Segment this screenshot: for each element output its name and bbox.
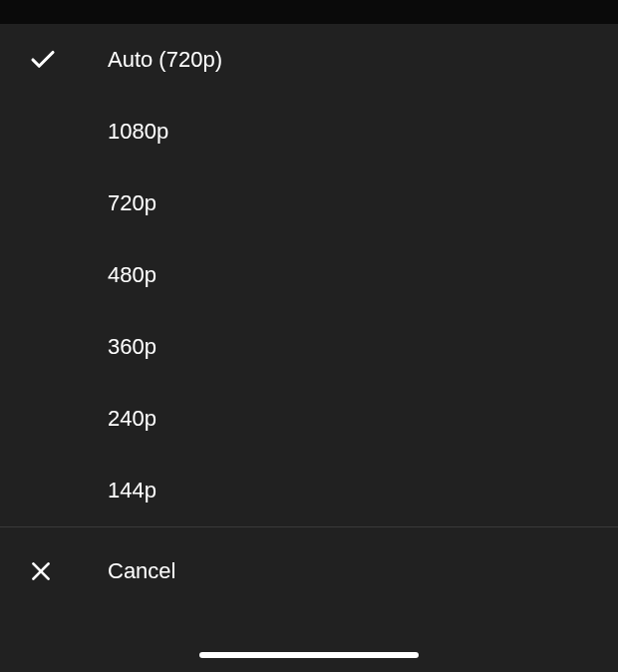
quality-option-label: Auto (720p) (108, 47, 222, 73)
cancel-label: Cancel (108, 558, 175, 584)
quality-option-360p[interactable]: 360p (0, 311, 618, 383)
close-icon (28, 558, 108, 584)
quality-option-label: 240p (108, 406, 156, 432)
quality-option-720p[interactable]: 720p (0, 168, 618, 239)
cancel-button[interactable]: Cancel (0, 527, 618, 615)
check-icon (28, 45, 108, 75)
quality-option-1080p[interactable]: 1080p (0, 96, 618, 168)
quality-option-label: 1080p (108, 119, 168, 145)
quality-option-240p[interactable]: 240p (0, 383, 618, 455)
quality-option-label: 360p (108, 334, 156, 360)
quality-option-label: 144p (108, 478, 156, 504)
status-bar (0, 0, 618, 24)
quality-option-144p[interactable]: 144p (0, 455, 618, 526)
quality-option-label: 720p (108, 190, 156, 216)
quality-option-label: 480p (108, 262, 156, 288)
quality-options-list: Auto (720p) 1080p 720p 480p 360p 240p 14… (0, 24, 618, 526)
quality-option-auto[interactable]: Auto (720p) (0, 24, 618, 96)
home-indicator[interactable] (199, 652, 419, 658)
quality-menu: Auto (720p) 1080p 720p 480p 360p 240p 14… (0, 24, 618, 672)
quality-option-480p[interactable]: 480p (0, 239, 618, 311)
